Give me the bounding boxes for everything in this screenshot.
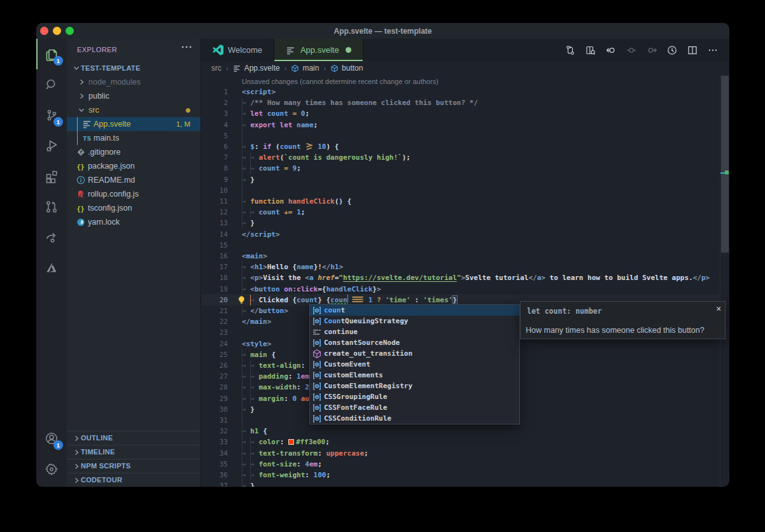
code-line-19[interactable]: → <button on:click={handleClick}> <box>242 284 381 295</box>
compare-changes-icon[interactable] <box>565 45 575 55</box>
suggest-item-cssfontfacerule[interactable]: CSSFontFaceRule <box>310 402 519 413</box>
editor-group: WelcomeApp.svelte src›App.svelte›main›bu… <box>201 39 729 487</box>
panel-codetour[interactable]: CODETOUR <box>67 473 200 487</box>
token: Hello <box>267 263 293 271</box>
tab-app-svelte[interactable]: App.svelte <box>274 39 363 61</box>
tree-item-main-ts[interactable]: TS main.ts <box>67 131 200 145</box>
tab-welcome[interactable]: Welcome <box>201 39 274 61</box>
tree-item--gitignore[interactable]: .gitignore <box>67 145 200 159</box>
activitybar-github-pull-requests-icon[interactable] <box>36 192 67 222</box>
code-line-14[interactable]: </script> <box>242 229 280 240</box>
previous-change-icon[interactable] <box>626 45 636 55</box>
more-actions-icon[interactable] <box>708 45 718 55</box>
project-section-header[interactable]: TEST-TEMPLATE <box>67 61 200 75</box>
panel-npm-scripts[interactable]: NPM SCRIPTS <box>67 459 200 473</box>
code-line-18[interactable]: → <p>Visit the <a href="https://svelte.d… <box>242 272 710 283</box>
open-preview-icon[interactable] <box>586 45 596 55</box>
greater-equal-ligature <box>305 143 313 153</box>
code-line-6[interactable]: → $: if (count 10) { <box>242 141 339 152</box>
activitybar-explorer-icon[interactable]: 1 <box>36 39 67 69</box>
code-line-27[interactable]: → → padding: 1em; <box>242 371 314 382</box>
token <box>411 296 415 304</box>
suggest-item-count[interactable]: count <box>310 305 519 316</box>
codelens-annotation[interactable]: Unsaved changes (cannot determine recent… <box>242 76 439 87</box>
suggest-item-customelementregistry[interactable]: CustomElementRegistry <box>310 381 519 391</box>
code-line-24[interactable]: <style> <box>242 339 271 349</box>
tree-chevron-icon <box>77 75 86 89</box>
activitybar-settings-icon[interactable] <box>36 454 67 484</box>
code-line-7[interactable]: → → alert(`count is dangerously high!`); <box>242 152 411 163</box>
active-indent-guide <box>250 295 251 305</box>
activitybar-extensions-icon[interactable] <box>36 161 67 192</box>
go-back-icon[interactable] <box>606 45 616 55</box>
code-line-32[interactable]: → h1 { <box>242 426 267 437</box>
token <box>364 296 368 304</box>
suggest-item-customevent[interactable]: CustomEvent <box>310 359 519 370</box>
breadcrumb-button[interactable]: button <box>330 64 363 73</box>
code-line-12[interactable]: → → count += 1; <box>242 207 305 218</box>
token <box>309 471 314 479</box>
suggest-item-cssgroupingrule[interactable]: CSSGroupingRule <box>310 391 519 402</box>
suggest-item-constantsourcenode[interactable]: ConstantSourceNode <box>310 337 519 348</box>
panel-timeline[interactable]: TIMELINE <box>67 445 200 459</box>
code-line-3[interactable]: → let count = 0; <box>242 108 309 119</box>
code-line-13[interactable]: → } <box>242 218 255 228</box>
tree-chevron-icon <box>77 103 86 117</box>
suggest-item-countqueuingstrategy[interactable]: CountQueuingStrategy <box>310 316 519 326</box>
suggest-item-cssconditionrule[interactable]: CSSConditionRule <box>310 413 519 424</box>
code-line-34[interactable]: → → text-transform: uppercase; <box>242 448 368 459</box>
code-line-17[interactable]: → <h1>Hello {name}!</h1> <box>242 262 343 272</box>
token: Visit the <box>263 274 305 282</box>
code-line-4[interactable]: → export let name; <box>242 120 318 130</box>
code-line-16[interactable]: <main> <box>242 251 267 262</box>
unsaved-dot-icon[interactable] <box>346 47 351 53</box>
code-line-25[interactable]: → main { <box>242 349 276 360</box>
line-number: 35 <box>201 459 228 470</box>
panel-outline[interactable]: OUTLINE <box>67 431 200 445</box>
code-line-9[interactable]: → } <box>242 174 255 185</box>
activitybar-source-control-icon[interactable]: 1 <box>36 100 67 130</box>
tree-item-readme-md[interactable]: README.md <box>67 173 200 187</box>
breadcrumb-src[interactable]: src <box>211 64 221 73</box>
more-actions-icon[interactable]: ··· <box>181 41 193 52</box>
breadcrumb-app-svelte[interactable]: App.svelte <box>233 64 280 73</box>
tree-item-app-svelte[interactable]: App.svelte 1, M <box>67 117 200 131</box>
code-line-11[interactable]: → function handleClick() { <box>242 196 351 207</box>
tree-item-src[interactable]: src <box>67 103 200 117</box>
activitybar-run-and-debug-icon[interactable] <box>36 130 67 161</box>
close-icon[interactable]: ✕ <box>716 304 721 313</box>
token: name <box>297 121 314 129</box>
editor-scrollbar[interactable] <box>720 75 729 487</box>
lightbulb-icon[interactable] <box>237 295 246 305</box>
suggest-item-create_out_transition[interactable]: create_out_transition <box>310 348 519 359</box>
tree-item-rollup-config-js[interactable]: rollup.config.js <box>67 187 200 201</box>
code-line-36[interactable]: → → font-weight: 100; <box>242 470 330 480</box>
code-line-2[interactable]: → /** How many times has someone clicked… <box>242 97 478 108</box>
code-editor[interactable]: Unsaved changes (cannot determine recent… <box>201 75 729 487</box>
code-line-8[interactable]: → → count = 9; <box>242 163 301 174</box>
activitybar-search-icon[interactable] <box>36 69 67 100</box>
code-line-30[interactable]: → } <box>242 404 255 415</box>
activitybar-accounts-icon[interactable]: 1 <box>36 423 67 454</box>
suggest-item-customelements[interactable]: customElements <box>310 370 519 381</box>
suggest-item-continue[interactable]: continue <box>310 326 519 337</box>
tree-item-tsconfig-json[interactable]: {} tsconfig.json <box>67 201 200 215</box>
breadcrumb-main[interactable]: main <box>291 64 319 73</box>
code-line-22[interactable]: </main> <box>242 316 271 327</box>
code-line-21[interactable]: → </button> <box>242 305 288 316</box>
tree-item-node-modules[interactable]: node_modules <box>67 75 200 89</box>
split-editor-icon[interactable] <box>687 45 698 55</box>
tree-item-yarn-lock[interactable]: yarn.lock <box>67 215 200 229</box>
tree-item-package-json[interactable]: {} package.json <box>67 159 200 173</box>
scrollbar-thumb[interactable] <box>721 76 729 253</box>
code-line-37[interactable]: → } <box>242 480 255 487</box>
activitybar-live-share-icon[interactable] <box>36 222 67 253</box>
code-line-35[interactable]: → → font-size: 4em; <box>242 459 322 470</box>
tree-item-public[interactable]: public <box>67 89 200 103</box>
code-line-1[interactable]: <script> <box>242 87 276 97</box>
file-icon <box>76 189 86 199</box>
next-change-icon[interactable] <box>647 45 657 55</box>
timeline-icon[interactable] <box>667 45 677 55</box>
activitybar-azure-icon[interactable] <box>36 253 67 283</box>
code-line-33[interactable]: → → color: #ff3e00; <box>242 437 330 447</box>
